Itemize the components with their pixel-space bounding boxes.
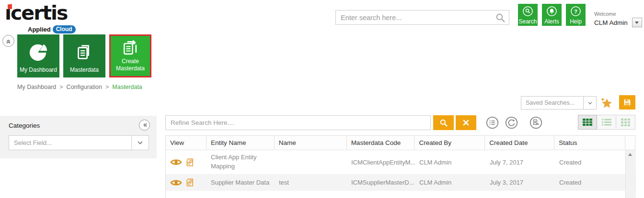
svg-text:?: ? — [574, 9, 577, 14]
breadcrumb-my-dashboard[interactable]: My Dashboard — [17, 84, 56, 90]
chevron-down-icon — [635, 22, 639, 24]
collapse-categories-button[interactable] — [139, 120, 150, 131]
scroll-up-button[interactable] — [626, 150, 634, 158]
entity-link-icon[interactable] — [185, 158, 195, 167]
welcome-label: Welcome — [594, 11, 642, 17]
table-row[interactable]: Client App Entity Mapping ICMClientAppEn… — [166, 150, 635, 174]
cell-created-by: CLM Admin — [415, 174, 485, 191]
triangle-up-icon — [628, 153, 632, 156]
search-icon — [439, 119, 448, 127]
list-circle-icon — [486, 116, 499, 129]
logo-wordmark: ıcertis — [5, 3, 67, 23]
breadcrumb-masterdata[interactable]: Masterdata — [112, 84, 142, 90]
select-field-dropdown[interactable]: Select Field... — [9, 135, 149, 150]
grid-view-button[interactable] — [616, 115, 635, 130]
masterdata-table: View Entity Name Name Masterdata Code Cr… — [165, 135, 635, 198]
chevron-double-up-icon — [4, 37, 12, 45]
create-masterdata-icon — [121, 36, 140, 58]
saved-searches-dropdown[interactable]: Saved Searches... — [521, 96, 597, 110]
chevron-double-left-icon — [141, 121, 148, 129]
refresh-icon — [505, 116, 518, 129]
logo-cloud-badge: Cloud — [53, 25, 76, 33]
cell-name: test — [275, 174, 347, 191]
refresh-button[interactable] — [505, 116, 518, 129]
col-header-status[interactable]: Status — [554, 136, 625, 150]
categories-panel: Categories Select Field... — [0, 116, 157, 158]
categories-title: Categories — [9, 122, 40, 129]
select-field-placeholder: Select Field... — [14, 136, 52, 150]
search-icon[interactable] — [495, 13, 506, 25]
header-search-button[interactable]: Search — [518, 4, 538, 26]
logo-red-dot-icon — [8, 4, 12, 9]
tile-masterdata[interactable]: Masterdata — [63, 34, 105, 77]
refine-search-input[interactable] — [166, 116, 430, 130]
cell-status: Created — [555, 150, 626, 174]
breadcrumb: My Dashboard>Configuration>Masterdata — [17, 84, 142, 90]
logo-applied-label: Applied — [28, 26, 51, 33]
global-search-input[interactable] — [336, 11, 509, 24]
search-circle-icon — [522, 6, 533, 19]
nav-tiles: My Dashboard Masterdata Create Masterdat… — [17, 34, 151, 77]
col-header-view[interactable]: View — [166, 136, 207, 150]
cell-created-by: CLM Admin — [415, 150, 485, 174]
cell-status: Created — [555, 174, 626, 191]
tile-create-masterdata[interactable]: Create Masterdata — [109, 34, 151, 77]
header-help-button[interactable]: ? Help — [566, 4, 586, 26]
welcome-block: Welcome CLM Admin — [594, 11, 642, 27]
chevron-down-icon — [131, 136, 149, 150]
cell-masterdata-code: ICMSupplierMasterD... — [347, 174, 415, 191]
col-header-entity-name[interactable]: Entity Name — [207, 136, 275, 150]
clear-search-button[interactable] — [456, 115, 476, 130]
refine-search — [165, 115, 431, 130]
cell-name — [275, 150, 347, 174]
col-header-created-date[interactable]: Created Date — [485, 136, 554, 150]
view-toggle-group — [578, 115, 635, 130]
export-excel-button[interactable] — [529, 116, 542, 129]
excel-export-icon — [529, 116, 542, 129]
global-search — [335, 10, 509, 25]
header-alerts-button[interactable]: Alerts — [542, 4, 562, 26]
app-logo: ıcertis Applied Cloud — [5, 3, 67, 23]
cell-created-date: July 7, 2017 — [485, 150, 555, 174]
save-search-button[interactable] — [619, 95, 635, 110]
pie-chart-icon — [28, 34, 48, 66]
list-options-button[interactable] — [486, 116, 499, 129]
favorite-search-button[interactable] — [599, 96, 613, 111]
chevron-down-icon — [583, 97, 596, 109]
col-header-created-by[interactable]: Created By — [414, 136, 485, 150]
col-header-masterdata-code[interactable]: Masterdata Code — [347, 136, 415, 150]
collapse-tiles-button[interactable] — [2, 35, 14, 47]
table-view-button[interactable] — [578, 115, 597, 130]
user-name: CLM Admin — [594, 19, 628, 26]
saved-searches-placeholder: Saved Searches... — [526, 97, 575, 109]
cell-entity-name: Supplier Master Data — [207, 174, 275, 191]
list-view-icon — [602, 119, 611, 126]
bell-circle-icon — [546, 6, 557, 19]
documents-icon — [75, 34, 94, 66]
breadcrumb-configuration[interactable]: Configuration — [67, 84, 102, 90]
table-view-icon — [583, 119, 592, 126]
breadcrumb-separator: > — [105, 84, 109, 90]
table-scrollbar[interactable] — [625, 150, 634, 198]
table-header-row: View Entity Name Name Masterdata Code Cr… — [166, 136, 635, 150]
col-header-name[interactable]: Name — [275, 136, 347, 150]
user-menu-dropdown[interactable] — [632, 18, 642, 27]
view-eye-icon[interactable] — [170, 158, 182, 166]
star-sparkle-icon — [599, 96, 613, 110]
grid-view-icon — [621, 119, 631, 126]
cell-masterdata-code: ICMClientAppEntityM... — [347, 150, 415, 174]
breadcrumb-separator: > — [59, 84, 63, 90]
cell-entity-name: Client App Entity Mapping — [211, 153, 275, 171]
view-eye-icon[interactable] — [170, 178, 182, 187]
cell-created-date: July 3, 2017 — [485, 174, 555, 191]
list-view-button[interactable] — [597, 115, 616, 130]
tile-my-dashboard[interactable]: My Dashboard — [17, 34, 59, 77]
close-icon — [462, 119, 470, 126]
save-floppy-icon — [623, 98, 632, 107]
entity-link-icon[interactable] — [185, 178, 195, 187]
refine-search-go-button[interactable] — [433, 115, 454, 130]
col-header-scroll-spacer — [625, 136, 635, 150]
table-row[interactable]: Supplier Master Data test ICMSupplierMas… — [166, 174, 635, 191]
question-circle-icon: ? — [570, 6, 581, 19]
